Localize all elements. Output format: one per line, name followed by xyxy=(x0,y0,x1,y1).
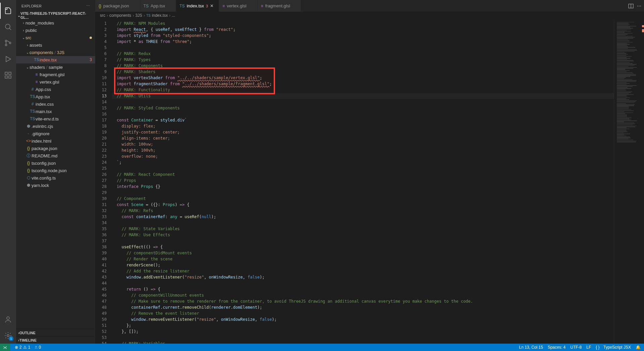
code-line[interactable]: // MARK: Refs xyxy=(112,208,614,214)
status-cursor[interactable]: Ln 13, Col 15 xyxy=(519,345,543,350)
status-language[interactable]: { } TypeScript JSX xyxy=(596,345,631,350)
editor-tab[interactable]: TSApp.tsx✕ xyxy=(140,0,176,12)
code-line[interactable]: // MARK: Variables xyxy=(112,341,614,344)
tree-file[interactable]: #index.css xyxy=(16,100,95,108)
code-line[interactable]: // Add the resize listener xyxy=(112,268,614,274)
code-line[interactable] xyxy=(112,99,614,105)
code-line[interactable] xyxy=(112,238,614,244)
status-problems[interactable]: ⊗2 ⚠1 xyxy=(15,345,30,350)
tree-file[interactable]: {}tsconfig.json xyxy=(16,159,95,167)
status-eol[interactable]: LF xyxy=(586,345,591,350)
more-actions-icon[interactable]: ⋯ xyxy=(637,3,641,8)
tree-file[interactable]: ◦.gitignore xyxy=(16,130,95,137)
code-line[interactable] xyxy=(112,165,614,171)
code-line[interactable]: useEffect(() => { xyxy=(112,244,614,250)
code-line[interactable]: // Component xyxy=(112,196,614,202)
activity-explorer-icon[interactable] xyxy=(0,3,16,19)
code-line[interactable]: containerRef.current.removeChild(rendere… xyxy=(112,304,614,310)
tree-file[interactable]: ⬢yarn.lock xyxy=(16,182,95,189)
code-line[interactable]: import vertexShader from "../../shaders/… xyxy=(112,75,614,81)
code-line[interactable]: renderScene(); xyxy=(112,262,614,268)
code-line[interactable]: // MARK: State Variables xyxy=(112,226,614,232)
code-editor[interactable]: // MARK: NPM Modulesimport React, { useR… xyxy=(112,19,614,344)
code-line[interactable]: display: flex; xyxy=(112,123,614,129)
code-line[interactable]: import fragmentShader from "../../shader… xyxy=(112,81,614,87)
status-indent[interactable]: Spaces: 4 xyxy=(548,345,566,350)
editor-tab[interactable]: ≡fragment.glsl✕ xyxy=(258,0,301,12)
code-line[interactable] xyxy=(112,280,614,286)
code-line[interactable]: interface Props {} xyxy=(112,184,614,190)
breadcrumb-segment[interactable]: components xyxy=(109,13,131,18)
tree-file[interactable]: <>index.html xyxy=(16,137,95,145)
code-line[interactable]: window.removeEventListener("resize", onW… xyxy=(112,316,614,322)
tree-file[interactable]: ⬡vite.config.ts xyxy=(16,174,95,182)
tree-file[interactable]: ⬢.eslintrc.cjs xyxy=(16,122,95,130)
code-line[interactable]: return () => { xyxy=(112,286,614,292)
breadcrumb-segment[interactable]: 3JS xyxy=(135,13,142,18)
tree-file[interactable]: ⓘREADME.md xyxy=(16,152,95,159)
code-line[interactable]: // Remove the event listener xyxy=(112,310,614,316)
tree-file[interactable]: {}tsconfig.node.json xyxy=(16,167,95,174)
activity-search-icon[interactable] xyxy=(0,19,16,35)
code-line[interactable]: }, []); xyxy=(112,329,614,335)
tree-folder[interactable]: ›public xyxy=(16,27,95,34)
tree-folder[interactable]: ›assets xyxy=(16,41,95,49)
minimap[interactable] xyxy=(614,19,644,344)
code-line[interactable]: window.addEventListener("resize", onWind… xyxy=(112,274,614,280)
remote-indicator[interactable] xyxy=(0,344,10,351)
code-line[interactable]: align-items: center; xyxy=(112,135,614,141)
sidebar-more-icon[interactable]: ⋯ xyxy=(86,4,90,8)
breadcrumb-segment[interactable]: ... xyxy=(172,13,175,18)
code-line[interactable]: const containerRef: any = useRef(null); xyxy=(112,214,614,220)
code-line[interactable]: // Make sure to remove the renderer from… xyxy=(112,298,614,304)
activity-settings-icon[interactable]: 1 xyxy=(0,328,16,344)
code-line[interactable] xyxy=(112,335,614,341)
tree-file[interactable]: TSindex.tsx3 xyxy=(16,56,95,63)
code-line[interactable]: import React, { useRef, useEffect } from… xyxy=(112,27,614,33)
code-line[interactable] xyxy=(112,45,614,51)
breadcrumb[interactable]: src›components›3JS›TSindex.tsx›... xyxy=(95,12,644,19)
activity-scm-icon[interactable] xyxy=(0,35,16,51)
timeline-section[interactable]: › TIMELINE xyxy=(16,336,95,344)
split-editor-icon[interactable] xyxy=(628,3,634,9)
tree-folder[interactable]: ⌄shaders / sample xyxy=(16,63,95,71)
activity-extensions-icon[interactable] xyxy=(0,67,16,83)
tree-file[interactable]: TSmain.tsx xyxy=(16,108,95,115)
tree-file[interactable]: TSApp.tsx xyxy=(16,93,95,100)
tree-folder[interactable]: ›node_modules xyxy=(16,19,95,27)
close-icon[interactable]: ✕ xyxy=(210,3,215,8)
editor-tab[interactable]: TSindex.tsx3✕ xyxy=(176,0,219,12)
code-line[interactable]: // Props xyxy=(112,178,614,184)
outline-section[interactable]: › OUTLINE xyxy=(16,329,95,336)
status-ports[interactable]: ⎍0 xyxy=(35,345,41,350)
code-line[interactable]: height: 100vh; xyxy=(112,147,614,153)
code-line[interactable]: const Container = styled.div` xyxy=(112,117,614,123)
code-line[interactable]: // componentWillUnmount events xyxy=(112,292,614,298)
code-line[interactable]: // MARK: Utils xyxy=(112,93,614,99)
code-line[interactable]: justify-content: center; xyxy=(112,129,614,135)
activity-account-icon[interactable] xyxy=(0,311,16,328)
tree-file[interactable]: TSvite-env.d.ts xyxy=(16,115,95,122)
tree-file[interactable]: {}package.json xyxy=(16,145,95,152)
project-title-row[interactable]: ⌄ VITE-THREEJS-TYPESCRIPT-REACT-GL... xyxy=(16,12,95,19)
code-line[interactable]: // MARK: Types xyxy=(112,57,614,63)
status-notifications-icon[interactable]: 🔔 xyxy=(636,345,641,350)
editor-tab[interactable]: {}package.json✕ xyxy=(95,0,140,12)
code-line[interactable]: }; xyxy=(112,322,614,329)
code-line[interactable]: // MARK: React Component xyxy=(112,171,614,178)
breadcrumb-segment[interactable]: src xyxy=(100,13,105,18)
code-line[interactable]: // MARK: Styled Components xyxy=(112,105,614,111)
code-line[interactable]: const Scene = ({}: Props) => { xyxy=(112,202,614,208)
tree-file[interactable]: #App.css xyxy=(16,86,95,93)
code-line[interactable]: // MARK: Functionality xyxy=(112,87,614,93)
code-line[interactable]: // MARK: Components xyxy=(112,63,614,69)
code-line[interactable]: // Render the scene xyxy=(112,256,614,262)
tree-file[interactable]: ≡fragment.glsl xyxy=(16,71,95,78)
activity-debug-icon[interactable] xyxy=(0,51,16,67)
code-line[interactable]: // MARK: Redux xyxy=(112,51,614,57)
tree-folder[interactable]: ⌄src xyxy=(16,34,95,41)
code-line[interactable]: // MARK: Shaders xyxy=(112,69,614,75)
code-line[interactable] xyxy=(112,220,614,226)
status-encoding[interactable]: UTF-8 xyxy=(570,345,582,350)
code-line[interactable]: width: 100vw; xyxy=(112,141,614,147)
